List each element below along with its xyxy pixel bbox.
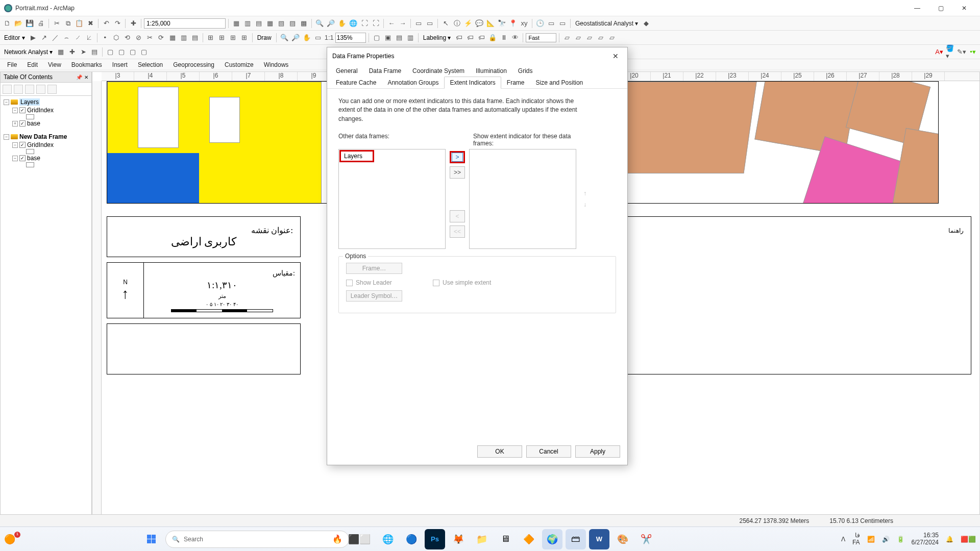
menu-edit[interactable]: Edit	[23, 60, 42, 69]
model-icon[interactable]: ▩	[299, 18, 309, 29]
na-solve-icon[interactable]: ➤	[78, 47, 88, 57]
map-title-frame[interactable]: عنوان نقشه: کاربری اراضی	[107, 216, 301, 257]
volume-icon[interactable]: 🔊	[882, 536, 890, 543]
right-angle-icon[interactable]: ⟀	[84, 33, 94, 43]
apply-button[interactable]: Apply	[575, 445, 620, 458]
find-icon[interactable]: 🔭	[497, 18, 507, 29]
point-icon[interactable]: •	[100, 33, 110, 43]
new-icon[interactable]: 🗋	[2, 18, 12, 29]
app-snip[interactable]: ✂️	[636, 529, 656, 549]
open-icon[interactable]: 📂	[13, 18, 23, 29]
toc-dataframe-layers[interactable]: − Layers	[4, 98, 88, 106]
collapse-icon[interactable]: −	[4, 134, 9, 140]
collapse-icon[interactable]: −	[4, 99, 9, 105]
toc-layer-gridindex1[interactable]: − ✓ GridIndex	[4, 106, 88, 114]
close-window-button[interactable]: ✕	[952, 0, 976, 16]
overview-icon[interactable]: ▭	[557, 18, 568, 29]
python-icon[interactable]: ▨	[287, 18, 298, 29]
tab-size-position[interactable]: Size and Position	[530, 77, 589, 89]
toc-layer-gridindex2[interactable]: − ✓ GridIndex	[4, 141, 88, 149]
label-weight-icon[interactable]: 🏷	[476, 33, 486, 43]
na-tool3-icon[interactable]: ▢	[128, 47, 138, 57]
toc-layer-base2[interactable]: − ✓ base	[4, 154, 88, 162]
layer-symbol[interactable]	[26, 149, 34, 154]
geostat-wizard-icon[interactable]: ◆	[641, 18, 651, 29]
edit-annotation-icon[interactable]: ↗	[39, 33, 50, 43]
split-icon[interactable]: ✂	[145, 33, 155, 43]
start-button[interactable]	[142, 530, 160, 548]
lock-labels-icon[interactable]: 🔒	[487, 33, 498, 43]
toc-list-by-draw-icon[interactable]	[3, 85, 12, 94]
layer-checkbox[interactable]: ✓	[19, 142, 26, 148]
save-icon[interactable]: 💾	[24, 18, 35, 29]
show-extent-listbox[interactable]	[469, 149, 576, 249]
app-paint[interactable]: 🎨	[612, 529, 633, 549]
toc-list-by-visibility-icon[interactable]	[25, 85, 34, 94]
checkbox-icon[interactable]	[346, 280, 353, 286]
tray-chevron-icon[interactable]: ᐱ	[841, 536, 845, 543]
na-create-icon[interactable]: ✚	[67, 47, 77, 57]
copilot-icon[interactable]: 🟥🟩	[961, 536, 976, 543]
app-firefox[interactable]: 🦊	[448, 529, 469, 549]
line-color-icon[interactable]: ✎▾	[957, 47, 967, 57]
taskbar-search[interactable]: 🔍 Search 🔥	[165, 531, 349, 548]
hyperlink-icon[interactable]: ⚡	[463, 18, 473, 29]
dialog-close-button[interactable]: ✕	[609, 49, 622, 63]
view-unplaced-icon[interactable]: 👁	[510, 33, 520, 43]
label-quality-select[interactable]	[526, 33, 556, 42]
app-anydesk[interactable]: 🔶	[519, 529, 539, 549]
na-directions-icon[interactable]: ▤	[89, 47, 100, 57]
wifi-icon[interactable]: 📶	[867, 536, 875, 543]
app-arccatalog[interactable]: 🗃	[566, 529, 586, 549]
viewer-icon[interactable]: ▭	[546, 18, 556, 29]
identify-icon[interactable]: ⓘ	[452, 18, 462, 29]
simple-extent-checkbox[interactable]: Use simple extent	[433, 263, 491, 303]
search-window-icon[interactable]: ▦	[265, 18, 275, 29]
menu-customize[interactable]: Customize	[220, 60, 258, 69]
forward-icon[interactable]: →	[398, 18, 408, 29]
georef-icon[interactable]: ⊞	[206, 33, 216, 43]
frame-button[interactable]: Frame…	[346, 263, 402, 274]
layout-zoom-out-icon[interactable]: 🔎	[290, 33, 301, 43]
tab-coordsys[interactable]: Coordinate System	[407, 65, 470, 77]
menu-selection[interactable]: Selection	[134, 60, 167, 69]
task-view-icon[interactable]: ⬛⬜	[349, 529, 370, 549]
layer-symbol[interactable]	[26, 162, 34, 167]
delete-icon[interactable]: ✖	[85, 18, 95, 29]
na-tool4-icon[interactable]: ▢	[139, 47, 149, 57]
tab-extent-indicators[interactable]: Extent Indicators	[444, 77, 501, 89]
tab-feature-cache[interactable]: Feature Cache	[330, 77, 382, 89]
dd-pages-icon[interactable]: ▥	[405, 33, 415, 43]
pointer-icon[interactable]: ↖	[440, 18, 451, 29]
time-slider-icon[interactable]: 🕒	[535, 18, 545, 29]
add-all-button[interactable]: >>	[450, 166, 465, 179]
effects4-icon[interactable]: ▱	[596, 33, 606, 43]
tab-dataframe[interactable]: Data Frame	[363, 65, 407, 77]
back-icon[interactable]: ←	[386, 18, 397, 29]
layout-whole-icon[interactable]: ▭	[313, 33, 323, 43]
tab-general[interactable]: General	[330, 65, 363, 77]
toggle-draft-icon[interactable]: ▢	[372, 33, 382, 43]
collapse-icon[interactable]: −	[12, 156, 18, 161]
edit-tool-icon[interactable]: ▶	[28, 33, 38, 43]
tab-grids[interactable]: Grids	[512, 65, 538, 77]
other-frames-listbox[interactable]: Layers	[338, 149, 446, 249]
ok-button[interactable]: OK	[477, 445, 522, 458]
layer-symbol[interactable]	[26, 114, 34, 119]
app-explorer[interactable]: 📁	[472, 529, 492, 549]
redo-icon[interactable]: ↷	[112, 18, 122, 29]
georef4-icon[interactable]: ⊞	[239, 33, 250, 43]
na-tool2-icon[interactable]: ▢	[116, 47, 127, 57]
add-button[interactable]: >	[450, 151, 465, 163]
fixed-zoom-icon[interactable]: ⛶	[371, 18, 381, 29]
create-features-icon[interactable]: ▤	[190, 33, 200, 43]
editor-toolbar-icon[interactable]: ▦	[231, 18, 241, 29]
scale-frame[interactable]: N ↑ مقیاس: ۱:۱,۳۱۰ متر ۰ ۵ ۱۰ ۲۰ ۳۰ ۴۰	[107, 262, 301, 318]
language-indicator[interactable]: فا FA	[852, 532, 860, 546]
layout-zoom-input[interactable]	[335, 33, 366, 43]
effects5-icon[interactable]: ▱	[607, 33, 617, 43]
paste-icon[interactable]: 📋	[74, 18, 84, 29]
clear-selection-icon[interactable]: ▭	[425, 18, 435, 29]
tab-illumination[interactable]: Illumination	[470, 65, 512, 77]
layer-name[interactable]: GridIndex	[27, 107, 54, 114]
